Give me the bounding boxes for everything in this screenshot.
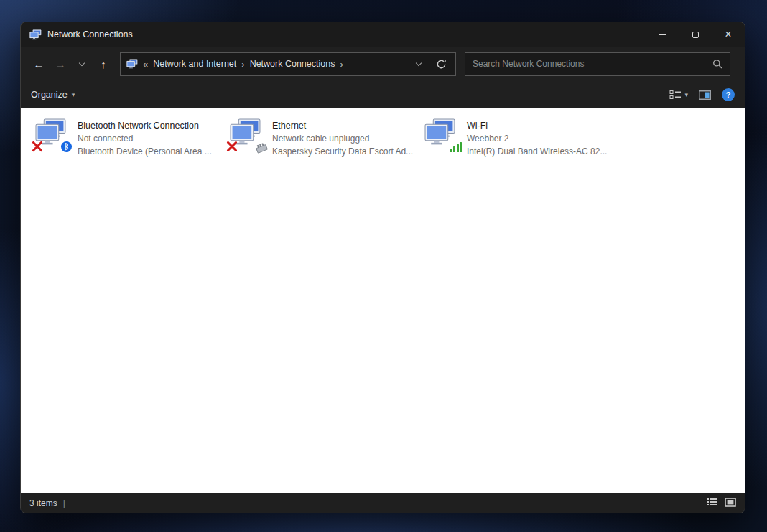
address-network-icon: [126, 59, 138, 69]
connection-name: Wi-Fi: [467, 119, 607, 132]
refresh-icon: [436, 59, 447, 70]
change-view-button[interactable]: ▾: [669, 90, 688, 100]
up-button[interactable]: ↑: [93, 53, 114, 75]
maximize-button[interactable]: [679, 22, 712, 47]
organize-label: Organize: [31, 90, 68, 100]
disconnected-x-icon: [226, 141, 238, 152]
search-box: [465, 52, 730, 76]
caret-down-icon: ▾: [72, 91, 75, 98]
preview-pane-button[interactable]: [699, 90, 711, 100]
recent-locations-button[interactable]: [71, 53, 93, 75]
disconnected-x-icon: [32, 141, 43, 152]
network-adapter-icon: [230, 118, 266, 153]
connection-tile-ethernet[interactable]: Ethernet Network cable unplugged Kaspers…: [230, 118, 424, 158]
address-bar[interactable]: « Network and Internet › Network Connect…: [120, 52, 456, 76]
connection-name: Bluetooth Network Connection: [78, 119, 212, 132]
breadcrumb-separator-icon[interactable]: ›: [241, 59, 244, 70]
chevron-down-icon: [79, 60, 85, 65]
navigation-bar: ← → ↑ « Network and Internet › Network C…: [21, 47, 745, 81]
refresh-button[interactable]: [432, 53, 450, 75]
caret-down-icon: ▾: [684, 91, 688, 98]
connection-status: Network cable unplugged: [272, 132, 413, 145]
connections-list: ᛒ Bluetooth Network Connection Not conne…: [21, 108, 745, 493]
connection-status: Weebber 2: [467, 132, 607, 145]
large-icons-view-icon: [725, 498, 736, 507]
connection-text: Ethernet Network cable unplugged Kaspers…: [272, 118, 413, 158]
large-icons-view-button[interactable]: [725, 498, 736, 509]
back-button[interactable]: ←: [28, 53, 50, 75]
minimize-button[interactable]: [646, 22, 679, 47]
breadcrumb-collapsed-chevrons[interactable]: «: [143, 59, 148, 70]
breadcrumb-item-network-connections[interactable]: Network Connections: [250, 59, 335, 69]
chevron-down-icon: [416, 60, 422, 65]
connection-text: Bluetooth Network Connection Not connect…: [78, 118, 212, 158]
up-icon: ↑: [101, 58, 106, 70]
breadcrumb-separator-icon[interactable]: ›: [340, 59, 343, 70]
connection-device: Bluetooth Device (Personal Area ...: [78, 145, 212, 158]
ethernet-plug-icon: [253, 141, 270, 154]
connection-device: Kaspersky Security Data Escort Ad...: [272, 145, 413, 158]
network-adapter-icon: [424, 118, 460, 153]
command-bar: Organize ▾ ▾ ?: [21, 81, 745, 108]
items-count: 3 items: [29, 498, 57, 508]
help-icon: ?: [725, 90, 730, 99]
address-dropdown-button[interactable]: [410, 53, 427, 75]
connection-text: Wi-Fi Weebber 2 Intel(R) Dual Band Wirel…: [467, 118, 607, 158]
search-input[interactable]: [473, 59, 708, 69]
breadcrumb-item-network-and-internet[interactable]: Network and Internet: [153, 59, 236, 69]
app-network-icon: [29, 29, 42, 40]
change-view-icon: [669, 90, 682, 100]
details-view-button[interactable]: [707, 498, 717, 508]
status-bar: 3 items |: [21, 493, 745, 513]
connection-tile-wifi[interactable]: Wi-Fi Weebber 2 Intel(R) Dual Band Wirel…: [424, 118, 619, 158]
network-connections-window: Network Connections × ← → ↑ « Network an…: [20, 22, 745, 513]
minimize-icon: [659, 34, 666, 35]
close-button[interactable]: ×: [712, 22, 745, 47]
maximize-icon: [692, 32, 699, 38]
wifi-signal-bars-icon: [450, 142, 462, 152]
preview-pane-icon: [699, 90, 711, 100]
network-adapter-icon: ᛒ: [35, 118, 71, 153]
bluetooth-badge-icon: ᛒ: [61, 141, 72, 152]
connection-device: Intel(R) Dual Band Wireless-AC 82...: [467, 145, 607, 158]
help-button[interactable]: ?: [722, 88, 735, 101]
status-divider: |: [63, 498, 65, 508]
organize-button[interactable]: Organize ▾: [31, 90, 75, 100]
connection-name: Ethernet: [272, 119, 413, 132]
search-icon: [712, 59, 722, 69]
connection-tile-bluetooth[interactable]: ᛒ Bluetooth Network Connection Not conne…: [35, 118, 230, 158]
forward-button[interactable]: →: [50, 53, 71, 75]
titlebar[interactable]: Network Connections ×: [21, 22, 745, 47]
connection-status: Not connected: [78, 132, 212, 145]
window-title: Network Connections: [47, 29, 133, 39]
close-icon: ×: [725, 29, 731, 40]
forward-icon: →: [55, 58, 66, 70]
details-view-icon: [707, 498, 717, 506]
back-icon: ←: [34, 58, 45, 70]
